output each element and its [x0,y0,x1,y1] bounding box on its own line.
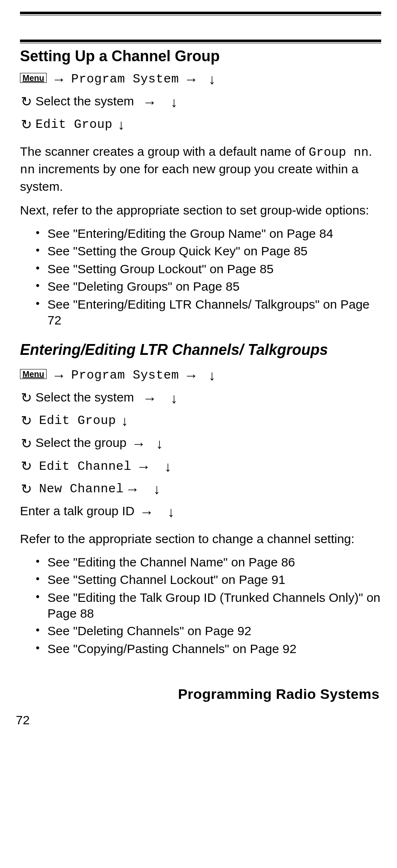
list-item: See "Entering/Editing the Group Name" on… [39,226,381,242]
section1-nav-line1: Menu → Program System → ↓ [20,68,381,90]
list-item: See "Editing the Talk Group ID (Trunked … [39,590,381,622]
section1-heading: Setting Up a Channel Group [20,47,381,65]
scroll-icon: ↺ [20,388,32,409]
section2-heading: Entering/Editing LTR Channels/ Talkgroup… [20,340,381,360]
arrow-right-icon: → [130,433,147,455]
para1-text-c: increments by one for each new group you… [20,162,358,193]
section2-nav-line3: ↺ Edit Group ↓ [20,410,381,432]
document-page: Setting Up a Channel Group Menu → Progra… [0,0,397,744]
nav2-edit-group: Edit Group [39,414,116,428]
section2-nav-line2: ↺ Select the system → ↓ [20,387,381,409]
top-rule-1 [20,12,381,15]
section2-nav-line7: Enter a talk group ID → ↓ [20,501,381,523]
list-item: See "Deleting Channels" on Page 92 [39,623,381,639]
footer-title: Programming Radio Systems [20,686,381,702]
arrow-right-icon: → [50,364,68,387]
arrow-right-icon: → [182,364,200,387]
section1-nav-line3: ↺ Edit Group ↓ [20,114,381,136]
section1-bullet-list: See "Entering/Editing the Group Name" on… [20,226,381,328]
nav2-program-system: Program System [71,368,179,382]
list-item: See "Copying/Pasting Channels" on Page 9… [39,641,381,657]
arrow-down-icon: ↓ [169,91,179,113]
section1-para2: Next, refer to the appropriate section t… [20,202,381,218]
section2-nav-line4: ↺ Select the group → ↓ [20,433,381,455]
list-item: See "Deleting Groups" on Page 85 [39,279,381,294]
arrow-right-icon: → [50,68,68,90]
menu-key-icon: Menu [20,369,47,379]
arrow-right-icon: → [135,456,152,478]
nav2-select-system: Select the system [35,390,134,404]
list-item: See "Editing the Channel Name" on Page 8… [39,554,381,570]
section2-nav-line1: Menu → Program System → ↓ [20,364,381,387]
scroll-icon: ↺ [20,434,32,454]
section2-bullet-list: See "Editing the Channel Name" on Page 8… [20,554,381,657]
nav2-enter-talkgroup: Enter a talk group ID [20,504,134,518]
arrow-down-icon: ↓ [116,114,127,136]
scroll-icon: ↺ [20,115,32,135]
arrow-down-icon: ↓ [119,410,130,432]
page-number: 72 [16,713,381,727]
list-item: See "Setting Channel Lockout" on Page 91 [39,572,381,588]
arrow-right-icon: → [138,501,156,523]
nav2-edit-channel: Edit Channel [39,459,132,474]
scroll-icon: ↺ [20,479,32,500]
section2-nav-line6: ↺ New Channel→ ↓ [20,478,381,500]
arrow-right-icon: → [141,91,159,113]
arrow-right-icon: → [124,478,141,500]
para1-text-b: . [369,145,372,158]
list-item: See "Setting Group Lockout" on Page 85 [39,261,381,277]
arrow-down-icon: ↓ [207,68,217,90]
arrow-down-icon: ↓ [207,364,217,387]
list-item: See "Setting the Group Quick Key" on Pag… [39,243,381,259]
top-rule-2 [20,40,381,43]
arrow-down-icon: ↓ [166,501,176,523]
section1-para1: The scanner creates a group with a defau… [20,143,381,195]
nav2-select-group: Select the group [35,436,126,449]
nav2-new-channel: New Channel [39,482,124,496]
scroll-icon: ↺ [20,92,32,112]
list-item: See "Entering/Editing LTR Channels/ Talk… [39,297,381,329]
arrow-down-icon: ↓ [163,456,173,478]
arrow-down-icon: ↓ [154,433,165,455]
arrow-right-icon: → [182,68,200,90]
scroll-icon: ↺ [20,456,32,477]
arrow-down-icon: ↓ [151,478,162,500]
section2-nav-line5: ↺ Edit Channel → ↓ [20,456,381,478]
menu-key-icon: Menu [20,73,47,83]
para1-mono1: Group nn [309,145,369,160]
para1-mono2: nn [20,163,35,177]
nav1-edit-group: Edit Group [35,118,112,132]
para1-text-a: The scanner creates a group with a defau… [20,145,309,158]
arrow-down-icon: ↓ [169,387,179,409]
nav1-program-system: Program System [71,72,179,86]
scroll-icon: ↺ [20,411,32,432]
nav1-select-system: Select the system [35,94,134,108]
section2-para1: Refer to the appropriate section to chan… [20,531,381,547]
arrow-right-icon: → [141,387,159,409]
section1-nav-line2: ↺ Select the system → ↓ [20,91,381,113]
